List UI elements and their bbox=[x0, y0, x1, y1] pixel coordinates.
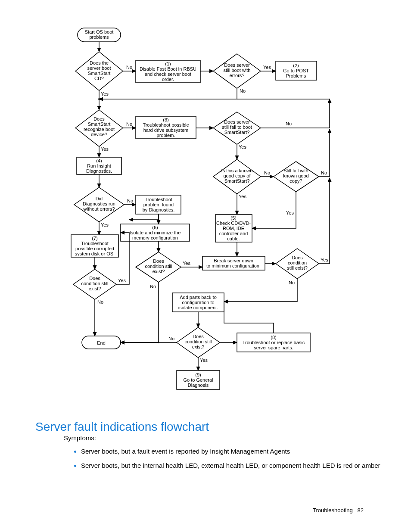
label-no: No bbox=[286, 121, 292, 126]
node-stillfail-text: Does serverstill fail to bootSmartStart? bbox=[222, 119, 252, 135]
label-yes: Yes bbox=[286, 210, 294, 215]
svg-point-25 bbox=[158, 342, 159, 343]
node-tsprob-text: Troubleshootproblem foundby Diagnostics. bbox=[143, 197, 175, 212]
section-heading: Server fault indications flowchart bbox=[35, 420, 209, 434]
label-no: No bbox=[240, 88, 246, 93]
label-yes: Yes bbox=[118, 278, 126, 283]
node-end-text: End bbox=[97, 340, 106, 345]
page: Start OS bootproblems Does theserver boo… bbox=[0, 0, 411, 532]
label-yes: Yes bbox=[263, 65, 271, 70]
label-no: No bbox=[264, 170, 270, 175]
label-yes: Yes bbox=[183, 261, 190, 266]
footer-page: 82 bbox=[358, 507, 364, 513]
body-text: Symptoms: Server boots, but a fault even… bbox=[64, 433, 383, 475]
label-yes: Yes bbox=[200, 358, 208, 363]
label-yes: Yes bbox=[239, 144, 246, 149]
label-yes: Yes bbox=[239, 194, 246, 199]
label-no: No bbox=[289, 280, 295, 285]
label-no: No bbox=[97, 299, 103, 305]
symptoms-list: Server boots, but a fault event is repor… bbox=[64, 447, 383, 470]
label-no: No bbox=[126, 121, 132, 127]
label-no: No bbox=[168, 336, 174, 341]
node-knowngood-text: Is this a knowngood copy ofSmartStart? bbox=[221, 168, 253, 184]
label-no: No bbox=[150, 284, 156, 289]
label-no: No bbox=[321, 170, 327, 175]
label-yes: Yes bbox=[101, 91, 109, 96]
svg-point-5 bbox=[98, 98, 100, 100]
intro-label: Symptoms: bbox=[64, 434, 96, 442]
label-yes: Yes bbox=[321, 257, 328, 262]
page-footer: Troubleshooting 82 bbox=[313, 507, 364, 513]
list-item: Server boots, but the internal health LE… bbox=[81, 461, 383, 470]
footer-section: Troubleshooting bbox=[313, 507, 353, 513]
label-no: No bbox=[126, 65, 132, 70]
list-item: Server boots, but a fault event is repor… bbox=[81, 447, 383, 456]
node-breakdown-text: Break server downto minimum configuratio… bbox=[206, 258, 261, 268]
node-addback-text: Add parts back toconfiguration toisolate… bbox=[178, 295, 218, 310]
label-no: No bbox=[127, 198, 133, 203]
label-yes: Yes bbox=[101, 146, 109, 152]
flowchart-diagram: Start OS bootproblems Does theserver boo… bbox=[65, 26, 340, 405]
label-yes: Yes bbox=[101, 222, 109, 227]
